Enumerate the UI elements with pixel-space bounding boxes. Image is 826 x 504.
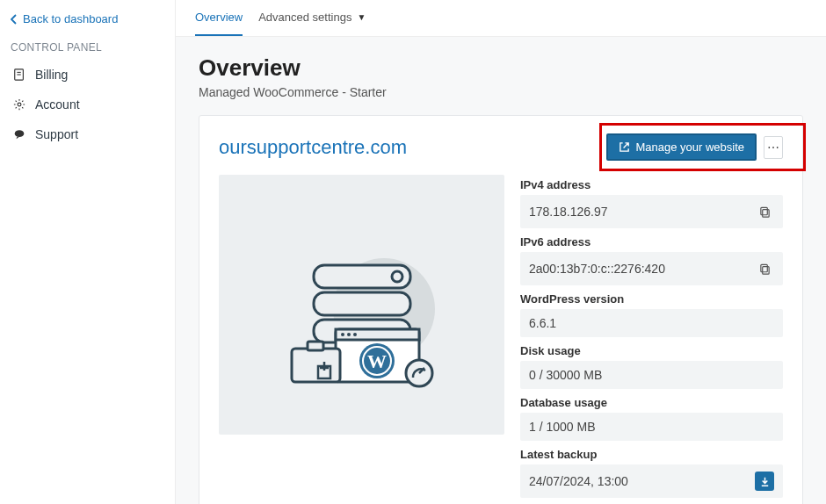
wordpress-server-illustration-icon: W <box>265 217 459 392</box>
sidebar-item-support[interactable]: Support <box>11 122 164 147</box>
card-body: W IPv4 address <box>219 175 783 501</box>
manage-website-button[interactable]: Manage your website <box>606 133 757 161</box>
detail-ipv4: IPv4 address 178.18.126.97 <box>520 175 783 228</box>
detail-label: Database usage <box>520 392 783 413</box>
main: Overview Advanced settings ▼ Overview Ma… <box>176 0 826 504</box>
detail-value-row: 178.18.126.97 <box>520 195 783 228</box>
detail-database-usage: Database usage 1 / 1000 MB <box>520 392 783 441</box>
svg-rect-23 <box>760 207 766 214</box>
detail-label: Latest backup <box>520 444 783 464</box>
download-icon <box>759 476 771 487</box>
svg-point-13 <box>347 333 351 336</box>
svg-text:W: W <box>367 350 387 372</box>
sidebar-item-billing[interactable]: Billing <box>11 62 164 87</box>
copy-ipv4-button[interactable] <box>755 202 774 221</box>
control-panel-heading: CONTROL PANEL <box>11 41 164 54</box>
detail-value-row: 24/07/2024, 13:00 <box>520 464 783 498</box>
content: Overview Managed WooCommerce - Starter o… <box>176 37 826 504</box>
site-illustration: W <box>219 175 504 435</box>
detail-value-row: 1 / 1000 MB <box>520 413 783 441</box>
sidebar-item-label: Account <box>35 97 80 112</box>
svg-point-3 <box>18 103 21 106</box>
copy-ipv6-button[interactable] <box>755 259 774 278</box>
sidebar-item-label: Support <box>35 127 78 141</box>
back-label: Back to dashboard <box>23 12 118 25</box>
detail-ipv6: IPv6 address 2a00:13b7:0:c::2276:420 <box>520 232 783 285</box>
detail-label: WordPress version <box>520 289 783 309</box>
detail-label: Disk usage <box>520 341 783 361</box>
svg-point-4 <box>15 130 25 137</box>
card-actions: Manage your website ⋯ <box>606 133 783 161</box>
site-card: oursupportcentre.com Manage your website… <box>199 115 803 504</box>
wp-version-value: 6.6.1 <box>529 316 556 330</box>
svg-rect-25 <box>760 264 766 271</box>
copy-icon <box>759 206 771 218</box>
tabs: Overview Advanced settings ▼ <box>176 0 826 37</box>
detail-label: IPv4 address <box>520 175 783 195</box>
svg-rect-22 <box>762 209 768 216</box>
gear-icon <box>12 97 26 112</box>
card-header: oursupportcentre.com Manage your website… <box>219 133 783 161</box>
copy-icon <box>759 263 771 275</box>
tab-label: Advanced settings <box>258 11 351 24</box>
sidebar: Back to dashboard CONTROL PANEL Billing … <box>0 0 176 504</box>
page-title: Overview <box>199 54 803 82</box>
detail-latest-backup: Latest backup 24/07/2024, 13:00 <box>520 444 783 498</box>
detail-label: IPv6 address <box>520 232 783 252</box>
disk-usage-value: 0 / 30000 MB <box>529 368 602 382</box>
sidebar-item-account[interactable]: Account <box>11 92 164 117</box>
db-usage-value: 1 / 1000 MB <box>529 420 596 434</box>
backup-value: 24/07/2024, 13:00 <box>529 474 628 488</box>
more-actions-button[interactable]: ⋯ <box>764 136 783 159</box>
tab-overview[interactable]: Overview <box>195 0 243 36</box>
detail-value-row: 0 / 30000 MB <box>520 361 783 389</box>
svg-rect-19 <box>308 342 323 350</box>
detail-value-row: 6.6.1 <box>520 309 783 337</box>
manage-label: Manage your website <box>635 140 744 154</box>
svg-point-14 <box>353 333 357 336</box>
domain-name[interactable]: oursupportcentre.com <box>219 136 407 159</box>
ipv6-value: 2a00:13b7:0:c::2276:420 <box>529 262 665 276</box>
external-link-icon <box>619 141 630 153</box>
detail-disk-usage: Disk usage 0 / 30000 MB <box>520 341 783 389</box>
back-to-dashboard-link[interactable]: Back to dashboard <box>11 12 164 25</box>
detail-wordpress-version: WordPress version 6.6.1 <box>520 289 783 337</box>
tab-label: Overview <box>195 11 243 24</box>
tab-advanced-settings[interactable]: Advanced settings ▼ <box>258 0 366 36</box>
caret-down-icon: ▼ <box>357 12 366 22</box>
svg-point-12 <box>341 333 344 336</box>
download-backup-button[interactable] <box>755 472 774 491</box>
chevron-left-icon <box>11 14 18 25</box>
svg-rect-6 <box>314 265 410 288</box>
svg-rect-18 <box>292 349 340 382</box>
page-subtitle: Managed WooCommerce - Starter <box>199 85 803 99</box>
svg-rect-24 <box>762 266 768 273</box>
billing-icon <box>12 68 26 82</box>
svg-rect-8 <box>314 292 410 315</box>
site-details: IPv4 address 178.18.126.97 IPv6 address <box>520 175 783 501</box>
sidebar-item-label: Billing <box>35 68 68 82</box>
detail-value-row: 2a00:13b7:0:c::2276:420 <box>520 252 783 285</box>
chat-icon <box>12 127 26 141</box>
ipv4-value: 178.18.126.97 <box>529 205 608 219</box>
